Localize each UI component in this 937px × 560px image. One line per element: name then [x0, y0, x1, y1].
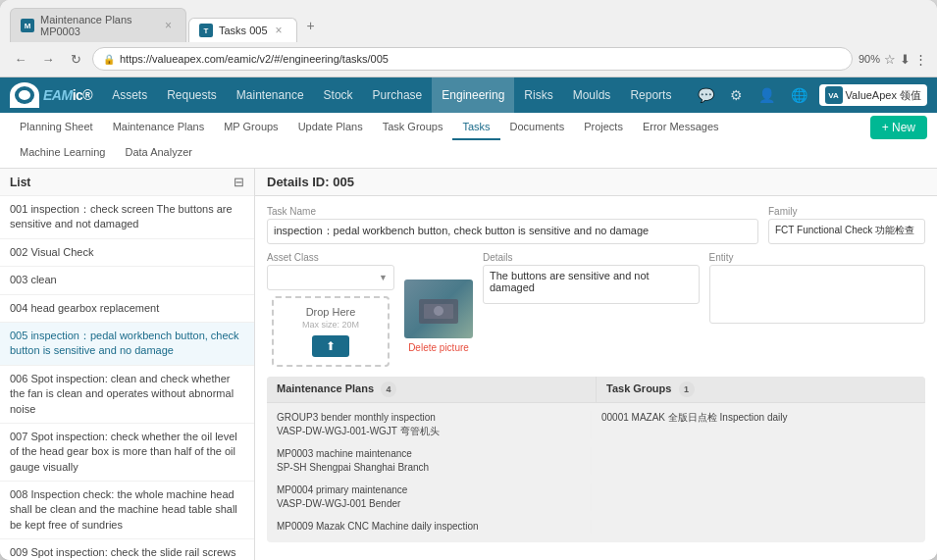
new-button[interactable]: + New: [870, 116, 927, 139]
subnav-mp-groups[interactable]: MP Groups: [214, 115, 287, 140]
gear-icon[interactable]: ⚙: [726, 83, 747, 107]
plan-cell-left: GROUP3 bender monthly inspection VASP-DW…: [277, 411, 591, 438]
tab-close-1[interactable]: ×: [163, 19, 174, 32]
top-nav-items: Assets Requests Maintenance Stock Purcha…: [102, 77, 693, 113]
list-item[interactable]: 009 Spot inspection: check the slide rai…: [0, 539, 254, 560]
task-groups-title: Task Groups: [606, 382, 671, 394]
subnav-data-analyzer[interactable]: Data Analyzer: [115, 140, 201, 166]
drop-zone[interactable]: Drop Here Max size: 20M ⬆: [272, 296, 390, 367]
back-button[interactable]: ←: [10, 48, 31, 70]
address-bar[interactable]: 🔒 https://valueapex.com/eamic/v2/#/engin…: [92, 47, 853, 71]
plans-body: GROUP3 bender monthly inspection VASP-DW…: [267, 403, 925, 542]
nav-risks[interactable]: Risks: [514, 77, 562, 113]
nav-right: 💬 ⚙ 👤 🌐 VA ValueApex 领值: [694, 83, 927, 107]
subnav-update-plans[interactable]: Update Plans: [288, 115, 373, 140]
plans-col-header-right: Task Groups 1: [596, 377, 925, 402]
subnav-task-groups[interactable]: Task Groups: [373, 115, 453, 140]
asset-details-row: Asset Class ▼ Drop Here Max size: 20M ⬆: [267, 252, 925, 367]
plan-row: MP0003 machine maintenance SP-SH Shengpa…: [267, 443, 925, 480]
left-panel: List ⊟ 001 inspection：check screen The b…: [0, 169, 255, 560]
filter-icon[interactable]: ⊟: [234, 175, 244, 189]
new-tab-button[interactable]: +: [299, 14, 323, 37]
list-item[interactable]: 001 inspection：check screen The buttons …: [0, 196, 254, 239]
task-name-value[interactable]: inspection：pedal workbench button, check…: [267, 219, 758, 244]
delete-picture[interactable]: Delete picture: [408, 342, 469, 353]
chat-icon[interactable]: 💬: [694, 83, 718, 107]
zoom-level: 90%: [859, 53, 880, 65]
user-icon[interactable]: 👤: [755, 83, 779, 107]
image-area: Delete picture: [404, 252, 473, 367]
details-value[interactable]: The buttons are sensitive and not damage…: [483, 265, 700, 304]
tab-close-2[interactable]: ×: [274, 24, 285, 37]
main-area: List ⊟ 001 inspection：check screen The b…: [0, 169, 937, 560]
subnav-tasks[interactable]: Tasks: [452, 115, 499, 140]
forward-button[interactable]: →: [37, 48, 59, 70]
subnav-error-messages[interactable]: Error Messages: [633, 115, 729, 140]
image-preview: [404, 280, 473, 338]
asset-class-label: Asset Class: [267, 252, 319, 263]
task-name-row: Task Name inspection：pedal workbench but…: [267, 206, 925, 244]
globe-icon[interactable]: 🌐: [787, 83, 811, 107]
plan-cell-left: MP0004 primary maintenance VASP-DW-WGJ-0…: [277, 484, 591, 511]
maintenance-plans-badge: 4: [381, 382, 396, 397]
plans-col-header-left: Maintenance Plans 4: [267, 377, 596, 402]
plan-cell-left: MP0009 Mazak CNC Machine daily inspectio…: [277, 520, 591, 534]
nav-purchase[interactable]: Purchase: [363, 77, 433, 113]
valueapex-badge: VA ValueApex 领值: [819, 84, 927, 106]
maintenance-plans-title: Maintenance Plans: [277, 382, 374, 394]
upload-button[interactable]: ⬆: [312, 335, 349, 357]
family-label: Family: [768, 206, 925, 217]
tab-maintenance-plans[interactable]: M Maintenance Plans MP0003 ×: [10, 8, 186, 42]
bookmark-icon[interactable]: ☆: [884, 52, 896, 67]
nav-requests[interactable]: Requests: [157, 77, 227, 113]
entity-group: Entity: [709, 252, 926, 367]
nav-maintenance[interactable]: Maintenance: [227, 77, 314, 113]
subnav-maintenance-plans[interactable]: Maintenance Plans: [103, 115, 215, 140]
subnav-planning-sheet[interactable]: Planning Sheet: [10, 115, 103, 140]
address-row: ← → ↻ 🔒 https://valueapex.com/eamic/v2/#…: [10, 42, 927, 76]
subnav-documents[interactable]: Documents: [500, 115, 575, 140]
tab-tasks[interactable]: T Tasks 005 ×: [188, 18, 297, 42]
nav-reports[interactable]: Reports: [620, 77, 681, 113]
tab-label-2: Tasks 005: [219, 25, 268, 36]
plan-row: MP0009 Mazak CNC Machine daily inspectio…: [267, 516, 925, 538]
list-item[interactable]: 004 head gearbox replacement: [0, 295, 254, 323]
list-items: 001 inspection：check screen The buttons …: [0, 196, 254, 560]
entity-label: Entity: [709, 252, 926, 263]
plan-cell-right: 00001 MAZAK 全版日点检 Inspection daily: [591, 411, 915, 438]
list-item[interactable]: 006 Spot inspection: clean and check whe…: [0, 366, 254, 424]
family-value[interactable]: FCT Functional Check 功能检查: [768, 219, 925, 244]
top-nav: EAMic® Assets Requests Maintenance Stock…: [0, 77, 937, 113]
list-item[interactable]: 003 clean: [0, 267, 254, 294]
right-panel: Details ID: 005 Task Name inspection：ped…: [255, 169, 937, 560]
details-group: Details The buttons are sensitive and no…: [483, 252, 700, 367]
list-item[interactable]: 007 Spot inspection: check whether the o…: [0, 424, 254, 482]
app-content: EAMic® Assets Requests Maintenance Stock…: [0, 77, 937, 560]
browser-chrome: M Maintenance Plans MP0003 × T Tasks 005…: [0, 0, 937, 77]
drop-here-text: Drop Here: [286, 306, 376, 318]
maintenance-plans-section: Maintenance Plans 4 Task Groups 1 GROUP3…: [267, 377, 925, 542]
task-name-group: Task Name inspection：pedal workbench but…: [267, 206, 758, 244]
list-item[interactable]: 002 Visual Check: [0, 239, 254, 267]
nav-assets[interactable]: Assets: [102, 77, 157, 113]
entity-value[interactable]: [709, 265, 926, 324]
browser-window: M Maintenance Plans MP0003 × T Tasks 005…: [0, 0, 937, 560]
list-item[interactable]: 008 Inspection check: the whole machine …: [0, 482, 254, 539]
subnav-machine-learning[interactable]: Machine Learning: [10, 140, 115, 166]
subnav-projects[interactable]: Projects: [574, 115, 633, 140]
tabs-row: M Maintenance Plans MP0003 × T Tasks 005…: [10, 8, 927, 42]
panel-title: List: [10, 176, 30, 189]
nav-stock[interactable]: Stock: [314, 77, 363, 113]
nav-moulds[interactable]: Moulds: [563, 77, 621, 113]
refresh-button[interactable]: ↻: [65, 48, 86, 70]
nav-engineering[interactable]: Engineering: [432, 77, 514, 113]
tab-favicon-2: T: [199, 24, 213, 37]
download-icon[interactable]: ⬇: [900, 52, 911, 67]
list-item-active[interactable]: 005 inspection：pedal workbench button, c…: [0, 323, 254, 366]
lock-icon: 🔒: [103, 54, 115, 65]
more-icon[interactable]: ⋮: [914, 52, 927, 67]
svg-point-4: [434, 306, 443, 316]
asset-class-field[interactable]: ▼: [267, 265, 394, 290]
details-header: Details ID: 005: [255, 169, 937, 196]
family-group: Family FCT Functional Check 功能检查: [768, 206, 925, 244]
